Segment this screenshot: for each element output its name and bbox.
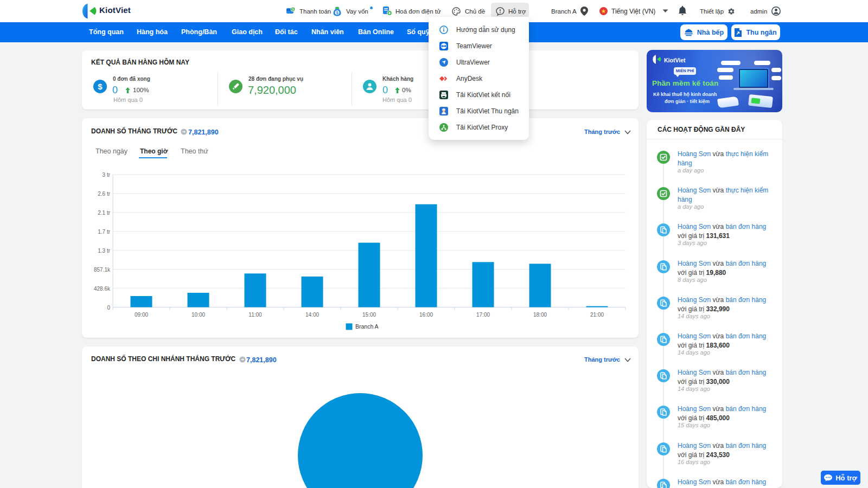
svg-text:$: $ (292, 8, 293, 11)
svg-text:2.1 tr: 2.1 tr (98, 210, 110, 216)
svg-text:17:00: 17:00 (476, 312, 490, 318)
svg-text:10:00: 10:00 (192, 312, 205, 318)
svg-text:Branch A: Branch A (355, 323, 379, 330)
svg-text:1.7 tr: 1.7 tr (98, 229, 110, 235)
svg-text:18:00: 18:00 (533, 312, 547, 318)
svg-text:21:00: 21:00 (590, 312, 604, 318)
svg-text:$: $ (98, 82, 103, 91)
svg-text:11:00: 11:00 (248, 312, 262, 318)
svg-text:15:00: 15:00 (362, 312, 376, 318)
svg-text:1.3 tr: 1.3 tr (98, 248, 110, 254)
svg-text:3 tr: 3 tr (103, 172, 111, 178)
svg-text:09:00: 09:00 (135, 312, 148, 318)
svg-text:2.6 tr: 2.6 tr (98, 191, 110, 197)
svg-text:0: 0 (107, 305, 110, 311)
svg-text:14:00: 14:00 (305, 312, 319, 318)
svg-text:16:00: 16:00 (419, 312, 433, 318)
svg-text:428.6k: 428.6k (94, 286, 111, 292)
svg-text:857.1k: 857.1k (94, 267, 111, 273)
